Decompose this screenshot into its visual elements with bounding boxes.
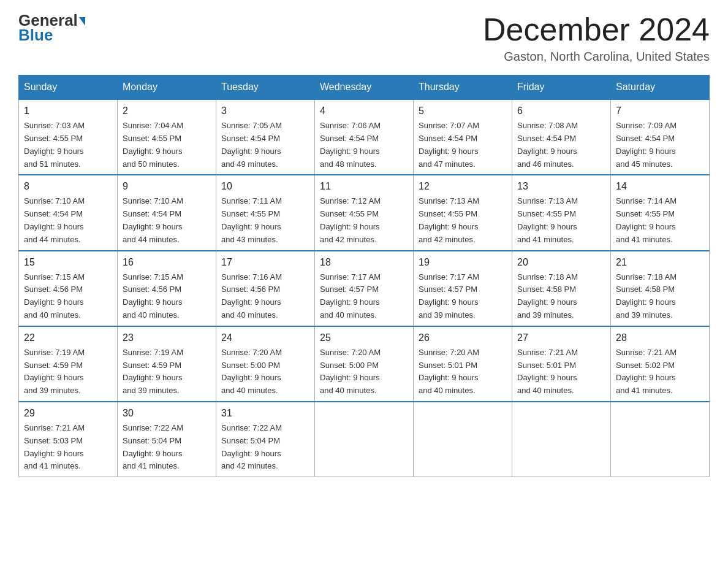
day-info: Sunrise: 7:19 AMSunset: 4:59 PMDaylight:… <box>24 347 112 397</box>
day-info: Sunrise: 7:12 AMSunset: 4:55 PMDaylight:… <box>320 195 408 246</box>
day-info: Sunrise: 7:08 AMSunset: 4:54 PMDaylight:… <box>517 120 605 170</box>
calendar-cell: 11Sunrise: 7:12 AMSunset: 4:55 PMDayligh… <box>315 175 414 250</box>
day-number: 14 <box>616 179 704 194</box>
day-number: 5 <box>419 104 507 118</box>
day-info: Sunrise: 7:13 AMSunset: 4:55 PMDaylight:… <box>419 195 507 246</box>
day-info: Sunrise: 7:06 AMSunset: 4:54 PMDaylight:… <box>320 120 408 170</box>
title-area: December 2024 Gaston, North Carolina, Un… <box>483 12 710 64</box>
day-number: 11 <box>320 179 408 194</box>
week-row-5: 29Sunrise: 7:21 AMSunset: 5:03 PMDayligh… <box>19 402 710 477</box>
day-number: 29 <box>24 406 112 421</box>
calendar-cell: 9Sunrise: 7:10 AMSunset: 4:54 PMDaylight… <box>118 175 216 250</box>
calendar-cell: 8Sunrise: 7:10 AMSunset: 4:54 PMDaylight… <box>19 175 118 250</box>
header-friday: Friday <box>512 75 611 100</box>
day-number: 23 <box>123 331 211 345</box>
day-info: Sunrise: 7:18 AMSunset: 4:58 PMDaylight:… <box>517 271 605 322</box>
calendar-cell: 20Sunrise: 7:18 AMSunset: 4:58 PMDayligh… <box>512 251 611 326</box>
day-number: 19 <box>419 255 507 270</box>
day-info: Sunrise: 7:04 AMSunset: 4:55 PMDaylight:… <box>123 120 211 170</box>
day-number: 27 <box>517 331 605 345</box>
day-info: Sunrise: 7:22 AMSunset: 5:04 PMDaylight:… <box>221 422 309 473</box>
day-info: Sunrise: 7:05 AMSunset: 4:54 PMDaylight:… <box>221 120 309 170</box>
calendar-cell <box>611 402 710 477</box>
calendar-cell: 4Sunrise: 7:06 AMSunset: 4:54 PMDaylight… <box>315 99 414 175</box>
calendar-cell <box>414 402 512 477</box>
day-info: Sunrise: 7:20 AMSunset: 5:00 PMDaylight:… <box>320 347 408 397</box>
day-number: 4 <box>320 104 408 118</box>
day-info: Sunrise: 7:07 AMSunset: 4:54 PMDaylight:… <box>419 120 507 170</box>
calendar-cell: 23Sunrise: 7:19 AMSunset: 4:59 PMDayligh… <box>118 326 216 402</box>
day-number: 1 <box>24 104 112 118</box>
calendar-cell: 24Sunrise: 7:20 AMSunset: 5:00 PMDayligh… <box>216 326 315 402</box>
day-number: 20 <box>517 255 605 270</box>
header-sunday: Sunday <box>19 75 118 100</box>
day-number: 28 <box>616 331 704 345</box>
day-info: Sunrise: 7:19 AMSunset: 4:59 PMDaylight:… <box>123 347 211 397</box>
calendar-cell: 26Sunrise: 7:20 AMSunset: 5:01 PMDayligh… <box>414 326 512 402</box>
calendar-table: SundayMondayTuesdayWednesdayThursdayFrid… <box>18 75 710 477</box>
day-number: 22 <box>24 331 112 345</box>
day-number: 30 <box>123 406 211 421</box>
day-info: Sunrise: 7:22 AMSunset: 5:04 PMDaylight:… <box>123 422 211 473</box>
day-info: Sunrise: 7:03 AMSunset: 4:55 PMDaylight:… <box>24 120 112 170</box>
day-info: Sunrise: 7:09 AMSunset: 4:54 PMDaylight:… <box>616 120 704 170</box>
calendar-cell: 7Sunrise: 7:09 AMSunset: 4:54 PMDaylight… <box>611 99 710 175</box>
day-info: Sunrise: 7:17 AMSunset: 4:57 PMDaylight:… <box>320 271 408 322</box>
calendar-cell: 15Sunrise: 7:15 AMSunset: 4:56 PMDayligh… <box>19 251 118 326</box>
page-header: General Blue December 2024 Gaston, North… <box>18 12 710 64</box>
day-info: Sunrise: 7:16 AMSunset: 4:56 PMDaylight:… <box>221 271 309 322</box>
calendar-cell: 18Sunrise: 7:17 AMSunset: 4:57 PMDayligh… <box>315 251 414 326</box>
day-info: Sunrise: 7:14 AMSunset: 4:55 PMDaylight:… <box>616 195 704 246</box>
calendar-cell: 13Sunrise: 7:13 AMSunset: 4:55 PMDayligh… <box>512 175 611 250</box>
day-number: 16 <box>123 255 211 270</box>
logo: General Blue <box>18 12 85 43</box>
calendar-cell: 25Sunrise: 7:20 AMSunset: 5:00 PMDayligh… <box>315 326 414 402</box>
day-number: 26 <box>419 331 507 345</box>
day-info: Sunrise: 7:21 AMSunset: 5:03 PMDaylight:… <box>24 422 112 473</box>
day-info: Sunrise: 7:10 AMSunset: 4:54 PMDaylight:… <box>123 195 211 246</box>
calendar-cell: 5Sunrise: 7:07 AMSunset: 4:54 PMDaylight… <box>414 99 512 175</box>
day-info: Sunrise: 7:21 AMSunset: 5:01 PMDaylight:… <box>517 347 605 397</box>
day-number: 13 <box>517 179 605 194</box>
header-thursday: Thursday <box>414 75 512 100</box>
logo-blue-text: Blue <box>18 27 53 43</box>
calendar-cell: 21Sunrise: 7:18 AMSunset: 4:58 PMDayligh… <box>611 251 710 326</box>
day-info: Sunrise: 7:21 AMSunset: 5:02 PMDaylight:… <box>616 347 704 397</box>
calendar-cell: 14Sunrise: 7:14 AMSunset: 4:55 PMDayligh… <box>611 175 710 250</box>
calendar-cell: 12Sunrise: 7:13 AMSunset: 4:55 PMDayligh… <box>414 175 512 250</box>
calendar-cell: 6Sunrise: 7:08 AMSunset: 4:54 PMDaylight… <box>512 99 611 175</box>
header-saturday: Saturday <box>611 75 710 100</box>
day-number: 9 <box>123 179 211 194</box>
day-info: Sunrise: 7:13 AMSunset: 4:55 PMDaylight:… <box>517 195 605 246</box>
week-row-3: 15Sunrise: 7:15 AMSunset: 4:56 PMDayligh… <box>19 251 710 326</box>
day-number: 21 <box>616 255 704 270</box>
location-subtitle: Gaston, North Carolina, United States <box>483 50 710 64</box>
day-info: Sunrise: 7:15 AMSunset: 4:56 PMDaylight:… <box>123 271 211 322</box>
day-number: 8 <box>24 179 112 194</box>
logo-arrow-icon <box>79 17 85 26</box>
day-info: Sunrise: 7:17 AMSunset: 4:57 PMDaylight:… <box>419 271 507 322</box>
day-number: 12 <box>419 179 507 194</box>
day-info: Sunrise: 7:10 AMSunset: 4:54 PMDaylight:… <box>24 195 112 246</box>
week-row-4: 22Sunrise: 7:19 AMSunset: 4:59 PMDayligh… <box>19 326 710 402</box>
calendar-cell: 28Sunrise: 7:21 AMSunset: 5:02 PMDayligh… <box>611 326 710 402</box>
day-number: 10 <box>221 179 309 194</box>
calendar-cell: 1Sunrise: 7:03 AMSunset: 4:55 PMDaylight… <box>19 99 118 175</box>
day-number: 25 <box>320 331 408 345</box>
header-tuesday: Tuesday <box>216 75 315 100</box>
calendar-cell: 17Sunrise: 7:16 AMSunset: 4:56 PMDayligh… <box>216 251 315 326</box>
day-info: Sunrise: 7:20 AMSunset: 5:00 PMDaylight:… <box>221 347 309 397</box>
day-number: 2 <box>123 104 211 118</box>
calendar-cell: 16Sunrise: 7:15 AMSunset: 4:56 PMDayligh… <box>118 251 216 326</box>
day-number: 18 <box>320 255 408 270</box>
calendar-cell <box>512 402 611 477</box>
day-number: 3 <box>221 104 309 118</box>
calendar-cell: 30Sunrise: 7:22 AMSunset: 5:04 PMDayligh… <box>118 402 216 477</box>
week-row-1: 1Sunrise: 7:03 AMSunset: 4:55 PMDaylight… <box>19 99 710 175</box>
calendar-cell: 27Sunrise: 7:21 AMSunset: 5:01 PMDayligh… <box>512 326 611 402</box>
day-info: Sunrise: 7:15 AMSunset: 4:56 PMDaylight:… <box>24 271 112 322</box>
day-number: 17 <box>221 255 309 270</box>
day-info: Sunrise: 7:18 AMSunset: 4:58 PMDaylight:… <box>616 271 704 322</box>
calendar-cell: 19Sunrise: 7:17 AMSunset: 4:57 PMDayligh… <box>414 251 512 326</box>
day-number: 6 <box>517 104 605 118</box>
